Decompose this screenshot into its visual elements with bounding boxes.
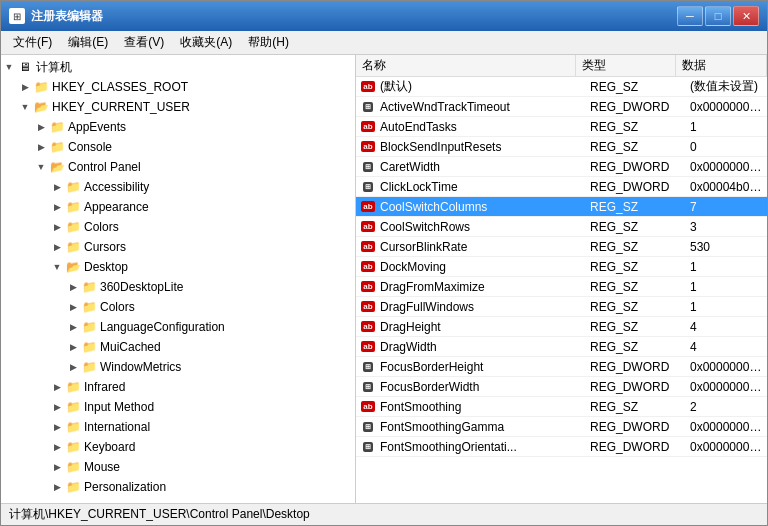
tree-item-appearance[interactable]: ▶ Appearance [1, 197, 355, 217]
tree-item-colors[interactable]: ▶ Colors [1, 217, 355, 237]
tree-item-windowmetrics[interactable]: ▶ WindowMetrics [1, 357, 355, 377]
maximize-button[interactable]: □ [705, 6, 731, 26]
expand-icon[interactable]: ▶ [65, 359, 81, 375]
ab-value-icon: ab [356, 301, 376, 312]
expand-icon[interactable]: ▶ [49, 179, 65, 195]
col-header-data[interactable]: 数据 [676, 55, 767, 76]
close-button[interactable]: ✕ [733, 6, 759, 26]
ab-value-icon: ab [356, 221, 376, 232]
minimize-button[interactable]: ─ [677, 6, 703, 26]
list-item[interactable]: ⊞CaretWidthREG_DWORD0x00000001 (1 [356, 157, 767, 177]
list-item[interactable]: abCoolSwitchColumnsREG_SZ7 [356, 197, 767, 217]
list-item[interactable]: ab(默认)REG_SZ(数值未设置) [356, 77, 767, 97]
expand-icon[interactable]: ▶ [49, 399, 65, 415]
tree-item-computer[interactable]: ▼ 计算机 [1, 57, 355, 77]
expand-icon[interactable]: ▶ [49, 439, 65, 455]
list-item[interactable]: ⊞ActiveWndTrackTimeoutREG_DWORD0x0000000… [356, 97, 767, 117]
expand-icon[interactable]: ▶ [65, 319, 81, 335]
folder-icon [65, 379, 81, 395]
tree-item-hkcu[interactable]: ▼ HKEY_CURRENT_USER [1, 97, 355, 117]
expand-icon[interactable]: ▶ [65, 279, 81, 295]
ab-value-icon: ab [356, 281, 376, 292]
row-data: 4 [686, 340, 767, 354]
tree-label-accessibility: Accessibility [84, 180, 149, 194]
tree-item-muicached[interactable]: ▶ MuiCached [1, 337, 355, 357]
row-name: CaretWidth [376, 160, 586, 174]
row-type: REG_SZ [586, 220, 686, 234]
tree-item-accessibility[interactable]: ▶ Accessibility [1, 177, 355, 197]
list-item[interactable]: abDragWidthREG_SZ4 [356, 337, 767, 357]
expand-icon[interactable]: ▶ [65, 299, 81, 315]
expand-icon[interactable]: ▶ [49, 459, 65, 475]
list-item[interactable]: ⊞FontSmoothingGammaREG_DWORD0x00000000 (… [356, 417, 767, 437]
expand-icon[interactable]: ▶ [49, 199, 65, 215]
menu-favorites[interactable]: 收藏夹(A) [172, 32, 240, 53]
expand-icon[interactable]: ▶ [33, 119, 49, 135]
tree-item-international[interactable]: ▶ International [1, 417, 355, 437]
row-name: FontSmoothingGamma [376, 420, 586, 434]
list-item[interactable]: abDragHeightREG_SZ4 [356, 317, 767, 337]
tree-item-desktop-colors[interactable]: ▶ Colors [1, 297, 355, 317]
folder-icon [65, 239, 81, 255]
tree-item-360desktoplate[interactable]: ▶ 360DesktopLite [1, 277, 355, 297]
list-item[interactable]: abAutoEndTasksREG_SZ1 [356, 117, 767, 137]
tree-item-controlpanel[interactable]: ▼ Control Panel [1, 157, 355, 177]
tree-item-keyboard[interactable]: ▶ Keyboard [1, 437, 355, 457]
list-item[interactable]: ⊞FocusBorderHeightREG_DWORD0x00000001 (1 [356, 357, 767, 377]
col-header-type[interactable]: 类型 [576, 55, 676, 76]
col-header-name[interactable]: 名称 [356, 55, 576, 76]
list-item[interactable]: abBlockSendInputResetsREG_SZ0 [356, 137, 767, 157]
expand-icon[interactable]: ▼ [49, 259, 65, 275]
tree-item-infrared[interactable]: ▶ Infrared [1, 377, 355, 397]
menu-view[interactable]: 查看(V) [116, 32, 172, 53]
tree-label-mouse: Mouse [84, 460, 120, 474]
expand-icon[interactable]: ▶ [17, 79, 33, 95]
list-item[interactable]: ⊞FontSmoothingOrientati...REG_DWORD0x000… [356, 437, 767, 457]
list-item[interactable]: abDockMovingREG_SZ1 [356, 257, 767, 277]
list-item[interactable]: abDragFromMaximizeREG_SZ1 [356, 277, 767, 297]
tree-label-muicached: MuiCached [100, 340, 161, 354]
menu-file[interactable]: 文件(F) [5, 32, 60, 53]
menu-edit[interactable]: 编辑(E) [60, 32, 116, 53]
expand-icon[interactable]: ▶ [49, 219, 65, 235]
expand-icon[interactable]: ▶ [49, 419, 65, 435]
window-controls: ─ □ ✕ [677, 6, 759, 26]
list-item[interactable]: ⊞ClickLockTimeREG_DWORD0x00004b0 (1 [356, 177, 767, 197]
tree-item-console[interactable]: ▶ Console [1, 137, 355, 157]
list-item[interactable]: abCoolSwitchRowsREG_SZ3 [356, 217, 767, 237]
tree-item-languageconfig[interactable]: ▶ LanguageConfiguration [1, 317, 355, 337]
row-data: 2 [686, 400, 767, 414]
list-item[interactable]: abFontSmoothingREG_SZ2 [356, 397, 767, 417]
ab-value-icon: ab [356, 401, 376, 412]
expand-icon[interactable]: ▶ [65, 339, 81, 355]
tree-item-inputmethod[interactable]: ▶ Input Method [1, 397, 355, 417]
row-type: REG_SZ [586, 300, 686, 314]
list-item[interactable]: ⊞FocusBorderWidthREG_DWORD0x00000001 (1 [356, 377, 767, 397]
expand-icon[interactable]: ▼ [33, 159, 49, 175]
expand-icon[interactable]: ▶ [49, 479, 65, 495]
tree-item-hkcr[interactable]: ▶ HKEY_CLASSES_ROOT [1, 77, 355, 97]
tree-item-mouse[interactable]: ▶ Mouse [1, 457, 355, 477]
row-name: FocusBorderHeight [376, 360, 586, 374]
tree-item-desktop[interactable]: ▼ Desktop [1, 257, 355, 277]
ab-value-icon: ab [356, 321, 376, 332]
expand-icon[interactable]: ▶ [49, 379, 65, 395]
expand-icon[interactable]: ▼ [1, 59, 17, 75]
tree-item-personalization[interactable]: ▶ Personalization [1, 477, 355, 497]
row-data: 0x00000001 (1 [686, 380, 767, 394]
computer-icon [17, 59, 33, 75]
tree-label-console: Console [68, 140, 112, 154]
tree-item-appevents[interactable]: ▶ AppEvents [1, 117, 355, 137]
list-item[interactable]: abDragFullWindowsREG_SZ1 [356, 297, 767, 317]
list-item[interactable]: abCursorBlinkRateREG_SZ530 [356, 237, 767, 257]
ab-value-icon: ab [356, 241, 376, 252]
tree-item-cursors[interactable]: ▶ Cursors [1, 237, 355, 257]
tree-label-keyboard: Keyboard [84, 440, 135, 454]
list-body[interactable]: ab(默认)REG_SZ(数值未设置)⊞ActiveWndTrackTimeou… [356, 77, 767, 503]
expand-icon[interactable]: ▶ [49, 239, 65, 255]
expand-icon[interactable]: ▶ [33, 139, 49, 155]
title-bar: ⊞ 注册表编辑器 ─ □ ✕ [1, 1, 767, 31]
menu-help[interactable]: 帮助(H) [240, 32, 297, 53]
tree-panel[interactable]: ▼ 计算机 ▶ HKEY_CLASSES_ROOT ▼ HKEY_CURRENT… [1, 55, 356, 503]
expand-icon[interactable]: ▼ [17, 99, 33, 115]
